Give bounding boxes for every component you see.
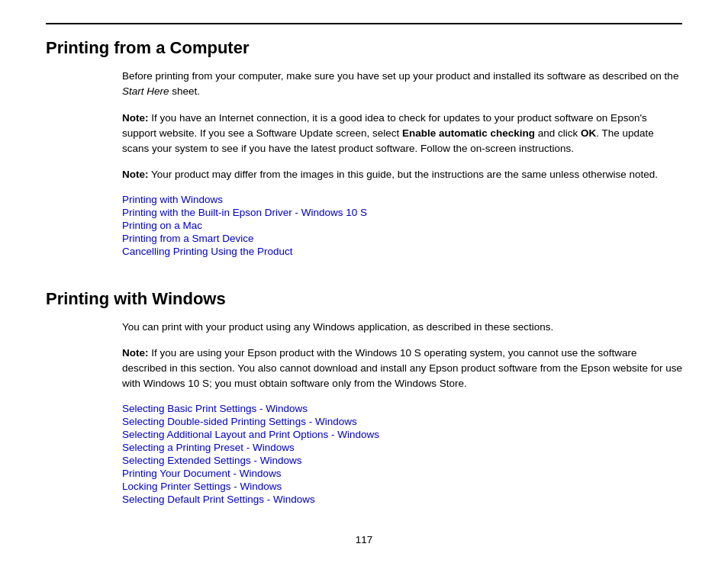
link-basic-print-settings[interactable]: Selecting Basic Print Settings - Windows — [122, 403, 682, 414]
top-rule — [46, 23, 682, 24]
section1-note2: Note: Your product may differ from the i… — [122, 167, 682, 182]
link-printing-smart-device[interactable]: Printing from a Smart Device — [122, 233, 682, 244]
section1-note1: Note: If you have an Internet connection… — [122, 111, 682, 157]
page-container: Printing from a Computer Before printing… — [0, 0, 728, 563]
link-double-sided-printing[interactable]: Selecting Double-sided Printing Settings… — [122, 416, 682, 427]
link-printing-windows[interactable]: Printing with Windows — [122, 194, 682, 205]
section2-intro: You can print with your product using an… — [122, 320, 682, 335]
section1-links: Printing with Windows Printing with the … — [122, 194, 682, 257]
page-footer: 117 — [46, 519, 682, 553]
section1-title: Printing from a Computer — [46, 38, 682, 58]
section2-note: Note: If you are using your Epson produc… — [122, 346, 682, 392]
link-locking-printer-settings[interactable]: Locking Printer Settings - Windows — [122, 481, 682, 492]
link-additional-layout[interactable]: Selecting Additional Layout and Print Op… — [122, 429, 682, 440]
link-cancelling-printing[interactable]: Cancelling Printing Using the Product — [122, 246, 682, 257]
page-number: 117 — [356, 534, 373, 545]
section2-content: You can print with your product using an… — [122, 320, 682, 519]
section1-intro: Before printing from your computer, make… — [122, 69, 682, 100]
link-default-print-settings[interactable]: Selecting Default Print Settings - Windo… — [122, 494, 682, 505]
link-printing-mac[interactable]: Printing on a Mac — [122, 220, 682, 231]
section2-links: Selecting Basic Print Settings - Windows… — [122, 403, 682, 505]
link-printing-preset[interactable]: Selecting a Printing Preset - Windows — [122, 442, 682, 453]
link-extended-settings[interactable]: Selecting Extended Settings - Windows — [122, 455, 682, 466]
link-epson-driver-windows10s[interactable]: Printing with the Built-in Epson Driver … — [122, 207, 682, 218]
section2-title: Printing with Windows — [46, 289, 682, 309]
section1-content: Before printing from your computer, make… — [122, 69, 682, 271]
link-printing-your-document[interactable]: Printing Your Document - Windows — [122, 468, 682, 479]
